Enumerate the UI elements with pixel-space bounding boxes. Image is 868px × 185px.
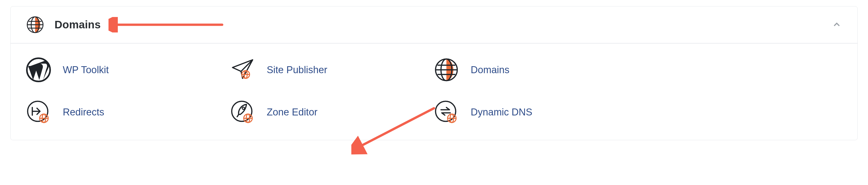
tile-label: Dynamic DNS: [471, 107, 532, 118]
paper-plane-icon: [230, 58, 255, 82]
collapse-toggle[interactable]: [832, 20, 842, 30]
svg-point-19: [242, 107, 244, 110]
tile-label: Site Publisher: [267, 65, 327, 75]
tile-label: WP Toolkit: [63, 65, 109, 75]
tile-site-publisher[interactable]: Site Publisher: [230, 58, 434, 82]
panel-header[interactable]: Domains: [10, 6, 858, 43]
tile-label: Zone Editor: [267, 107, 317, 118]
sync-icon: [434, 100, 459, 124]
globe-icon: [434, 58, 459, 82]
chevron-up-icon: [832, 21, 841, 29]
domains-panel: Domains WP Toolkit: [10, 6, 858, 140]
globe-icon: [26, 16, 44, 34]
panel-title: Domains: [55, 18, 101, 31]
tile-zone-editor[interactable]: Zone Editor: [230, 100, 434, 124]
tile-label: Redirects: [63, 107, 104, 118]
tile-dynamic-dns[interactable]: Dynamic DNS: [434, 100, 638, 124]
empty-cell: [638, 100, 842, 124]
wordpress-icon: [26, 58, 51, 82]
empty-cell: [638, 58, 842, 82]
rocket-icon: [230, 100, 255, 124]
tile-redirects[interactable]: Redirects: [26, 100, 230, 124]
tile-wp-toolkit[interactable]: WP Toolkit: [26, 58, 230, 82]
redirect-icon: [26, 100, 51, 124]
panel-body: WP Toolkit Site Publisher: [10, 43, 858, 140]
tile-domains[interactable]: Domains: [434, 58, 638, 82]
tile-label: Domains: [471, 65, 509, 75]
